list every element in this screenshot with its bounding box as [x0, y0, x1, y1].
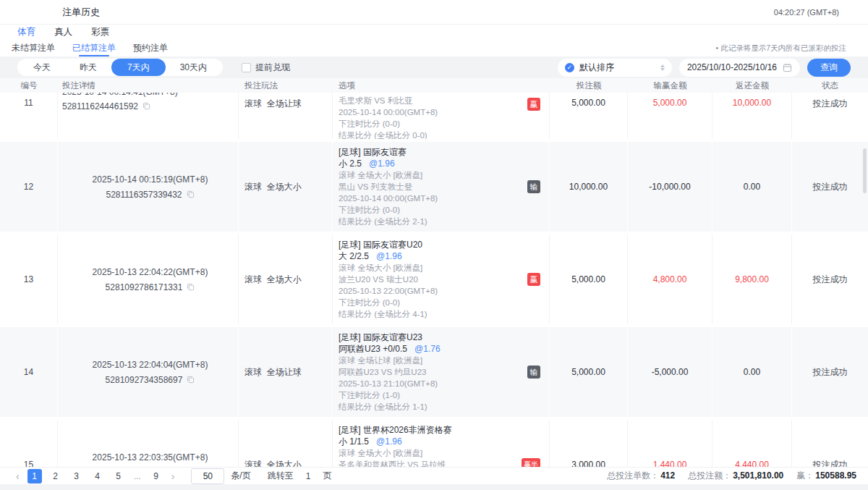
bet-time: 2025-10-13 22:04:04(GMT+8) — [93, 358, 208, 372]
range-yesterday[interactable]: 昨天 — [65, 60, 111, 75]
bet-number-value: 5281116357339432 — [106, 190, 182, 200]
bet-id: 14 — [0, 327, 58, 417]
page-ellipsis: ... — [132, 471, 142, 481]
bet-status: 投注成功 — [792, 93, 868, 139]
top-bar: 注单历史 04:20:27 (GMT+8) — [0, 0, 868, 25]
settlement-tabs: 未结算注单已结算注单预约注单 — [0, 40, 168, 56]
totals-summary: 总投注单数：412 总投注额：3,501,810.00 赢：150588.95 — [607, 470, 856, 482]
bet-status: 投注成功 — [792, 142, 868, 232]
bet-amount: 3,000.00 — [550, 420, 628, 467]
option-match: 圣多美和普林西比 VS 马拉维 — [339, 459, 452, 467]
option-result-score: 结果比分 (全场比分 2-1) — [339, 216, 438, 227]
table-row: 112025-10-14 00:14:41(GMT+8)528111624446… — [0, 93, 868, 139]
bet-amount: 10,000.00 — [550, 142, 628, 232]
option-market: 滚球 全场大小 [欧洲盘] — [339, 262, 438, 274]
date-range-picker[interactable]: 2025/10/10-2025/10/16 — [679, 59, 800, 77]
col-bet-amount: 投注额 — [550, 78, 628, 93]
page-button[interactable]: 1 — [27, 469, 42, 483]
date-range-pills: 今天昨天7天内30天内 — [17, 59, 223, 76]
option-match: 波兰U20 VS 瑞士U20 — [339, 274, 438, 285]
subtab-settled[interactable]: 已结算注单 — [72, 40, 116, 56]
page-button[interactable]: 3 — [69, 469, 84, 483]
jump-page-input[interactable]: 1 — [306, 471, 311, 481]
refund-amount: 0.00 — [712, 142, 792, 232]
total-count-value: 412 — [660, 470, 675, 481]
sort-arrows-icon — [660, 64, 665, 71]
tab-live[interactable]: 真人 — [54, 26, 72, 38]
page-size-input[interactable]: 50 — [191, 468, 224, 484]
tab-lottery[interactable]: 彩票 — [91, 26, 109, 38]
query-button[interactable]: 查询 — [807, 59, 851, 77]
early-cashout-filter: 提前兑现 — [242, 62, 290, 74]
sort-dropdown[interactable]: ✓ 默认排序 — [558, 59, 672, 77]
next-page-button[interactable]: › — [170, 470, 176, 483]
copy-icon[interactable] — [187, 283, 195, 291]
option-score-at-bet: 下注时比分 (0-0) — [339, 204, 438, 216]
bet-id: 12 — [0, 142, 58, 232]
option-selection: 大 2/2.5@1.96 — [339, 250, 438, 262]
prev-page-button[interactable]: ‹ — [14, 470, 21, 483]
bet-option: [足球] 世界杯2026非洲资格赛小 1/1.5@1.96滚球 全场大小 [欧洲… — [333, 420, 550, 467]
bet-id: 15 — [0, 420, 58, 467]
filter-bar: 今天昨天7天内30天内 提前兑现 ✓ 默认排序 2025/10/10-2025/… — [0, 56, 868, 78]
page-button[interactable]: 9 — [149, 469, 163, 483]
bet-amount: 5,000.00 — [550, 327, 628, 417]
bet-number-value: 5281092786171331 — [106, 282, 183, 292]
col-play: 投注玩法 — [239, 78, 333, 93]
bet-status: 投注成功 — [792, 327, 868, 417]
page-button[interactable]: 2 — [48, 469, 63, 483]
table-row: 142025-10-13 22:04:04(GMT+8)528109273435… — [0, 327, 868, 417]
bet-history-page: 注单历史 04:20:27 (GMT+8) 体育真人彩票 未结算注单已结算注单预… — [0, 0, 868, 490]
option-selection: 小 1/1.5@1.96 — [339, 436, 452, 447]
option-match-time: 2025-10-13 21:10(GMT+8) — [339, 378, 441, 389]
win-loss-amount: 5,000.00 — [628, 93, 712, 139]
bet-status: 投注成功 — [792, 235, 868, 324]
page-buttons: 12345...9 — [27, 469, 163, 483]
bet-option: [足球] 国际友谊赛U20大 2/2.5@1.96滚球 全场大小 [欧洲盘]波兰… — [333, 235, 550, 324]
tab-sports[interactable]: 体育 — [17, 26, 35, 38]
copy-icon[interactable] — [142, 102, 150, 110]
bet-time: 2025-10-14 00:14:41(GMT+8) — [62, 93, 238, 99]
range-30days[interactable]: 30天内 — [166, 60, 221, 75]
copy-icon[interactable] — [187, 190, 195, 198]
result-badge: 输 — [527, 180, 540, 193]
option-selection: 阿联酋U23 +0/0.5@1.76 — [339, 343, 441, 355]
col-detail: 投注详情 — [58, 78, 239, 93]
bet-play-type: 滚球 全场大小 — [239, 235, 333, 324]
scrollbar-thumb[interactable] — [863, 148, 867, 193]
selection-odds: @1.76 — [414, 344, 441, 354]
option-selection: 小 2.5@1.96 — [339, 158, 438, 169]
record-note: • 此记录将显示7天内所有已派彩的投注 — [716, 43, 868, 54]
bet-number: 5281092734358697 — [106, 373, 195, 387]
bet-play-type: 滚球 全场让球 — [239, 327, 333, 417]
page-button[interactable]: 5 — [111, 469, 126, 483]
option-result-score: 结果比分 (全场比分 0-0) — [339, 130, 438, 139]
refund-amount: 9,800.00 — [712, 235, 792, 324]
selection-name: 大 2/2.5 — [339, 251, 369, 261]
subtab-reserved[interactable]: 预约注单 — [133, 40, 168, 56]
bet-detail: 2025-10-14 00:15:19(GMT+8)52811163573394… — [58, 142, 239, 232]
range-7days[interactable]: 7天内 — [111, 59, 166, 76]
page-button[interactable]: 4 — [90, 469, 105, 483]
selection-name: 小 1/1.5 — [339, 436, 369, 447]
bet-table: 编号投注详情投注玩法选项投注额输赢金额返还金额状态 112025-10-14 0… — [0, 78, 868, 467]
subtab-unsettled[interactable]: 未结算注单 — [12, 40, 55, 56]
option-league: [足球] 世界杯2026非洲资格赛 — [339, 424, 452, 436]
refund-amount: 10,000.00 — [712, 93, 792, 139]
option-match-time: 2025-10-14 00:00(GMT+8) — [339, 106, 438, 118]
selection-odds: @1.96 — [376, 436, 402, 447]
option-match-time: 2025-10-13 22:00(GMT+8) — [339, 285, 438, 297]
table-header: 编号投注详情投注玩法选项投注额输赢金额返还金额状态 — [0, 78, 868, 93]
option-market: 滚球 全场大小 [欧洲盘] — [339, 169, 438, 181]
option-result-score: 结果比分 (全场比分 1-1) — [339, 401, 441, 413]
table-body: 112025-10-14 00:14:41(GMT+8)528111624446… — [0, 93, 868, 467]
win-loss-amount: 4,800.00 — [628, 235, 712, 324]
bet-number-value: 5281092734358697 — [106, 375, 183, 385]
bet-number: 5281116244461592 — [62, 99, 238, 114]
early-cashout-checkbox[interactable] — [242, 63, 251, 72]
bet-id: 11 — [0, 93, 58, 139]
early-cashout-label: 提前兑现 — [255, 62, 290, 74]
range-today[interactable]: 今天 — [19, 60, 65, 75]
copy-icon[interactable] — [187, 376, 195, 384]
bet-number: 5281092647232751 — [106, 465, 195, 468]
